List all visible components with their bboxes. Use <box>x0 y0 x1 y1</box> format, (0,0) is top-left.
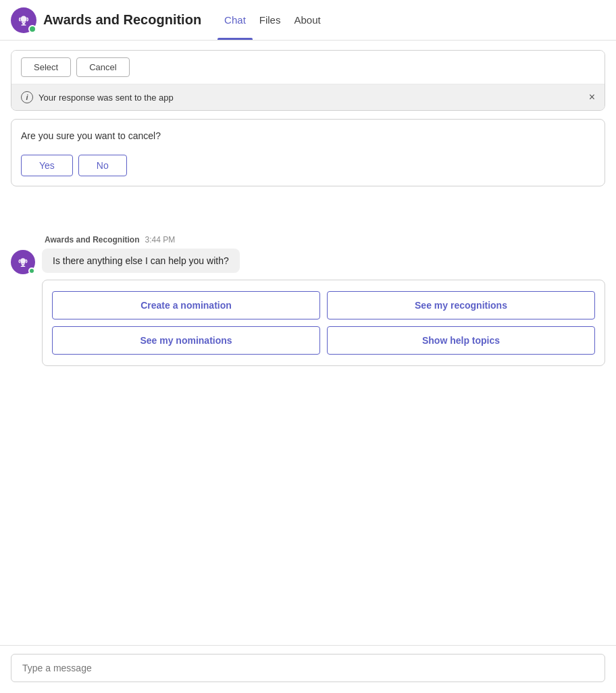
top-card: Select Cancel i Your response was sent t… <box>11 50 605 111</box>
see-recognitions-button[interactable]: See my recognitions <box>327 291 595 319</box>
top-card-buttons: Select Cancel <box>11 51 605 84</box>
bot-content: Is there anything else I can help you wi… <box>42 249 605 366</box>
svg-rect-1 <box>22 23 25 24</box>
see-nominations-button[interactable]: See my nominations <box>52 326 320 355</box>
notification-text: Your response was sent to the app <box>38 93 174 103</box>
info-icon: i <box>21 91 33 103</box>
message-input[interactable] <box>11 654 605 682</box>
bot-message-time: 3:44 PM <box>145 235 175 245</box>
app-title: Awards and Recognition <box>43 12 201 28</box>
online-indicator <box>28 25 36 33</box>
bot-row: Is there anything else I can help you wi… <box>11 249 605 366</box>
cancel-buttons: Yes No <box>11 148 605 186</box>
show-help-topics-button[interactable]: Show help topics <box>327 326 595 355</box>
message-input-area <box>0 645 616 693</box>
bot-meta: Awards and Recognition 3:44 PM <box>11 235 605 245</box>
bot-online-dot <box>28 267 35 274</box>
notification-content: i Your response was sent to the app <box>21 91 174 103</box>
tab-about[interactable]: About <box>287 0 327 40</box>
nav-tabs: Chat Files About <box>217 0 328 40</box>
cancel-question-text: Are you sure you want to cancel? <box>11 120 605 148</box>
notification-bar: i Your response was sent to the app × <box>11 84 605 110</box>
svg-rect-4 <box>22 265 24 266</box>
cancel-button[interactable]: Cancel <box>76 57 129 77</box>
yes-button[interactable]: Yes <box>21 155 73 176</box>
action-grid: Create a nomination See my recognitions … <box>52 291 595 355</box>
notification-close-button[interactable]: × <box>589 92 595 103</box>
chat-area: Select Cancel i Your response was sent t… <box>0 50 616 434</box>
select-button[interactable]: Select <box>21 57 71 77</box>
tab-files[interactable]: Files <box>253 0 288 40</box>
svg-rect-5 <box>21 266 26 267</box>
bot-avatar <box>11 250 35 274</box>
action-card: Create a nomination See my recognitions … <box>42 280 605 366</box>
create-nomination-button[interactable]: Create a nomination <box>52 291 320 319</box>
cancel-confirm-card: Are you sure you want to cancel? Yes No <box>11 119 605 186</box>
bot-sender-name: Awards and Recognition <box>45 235 139 245</box>
no-button[interactable]: No <box>78 155 127 176</box>
tab-chat[interactable]: Chat <box>217 0 253 40</box>
bot-message-block: Awards and Recognition 3:44 PM <box>11 235 605 366</box>
bot-bubble-text: Is there anything else I can help you wi… <box>42 249 240 273</box>
svg-rect-2 <box>21 24 26 25</box>
svg-point-0 <box>20 16 26 22</box>
svg-point-3 <box>20 258 26 263</box>
app-header: Awards and Recognition Chat Files About <box>0 0 616 41</box>
app-logo <box>11 7 36 33</box>
